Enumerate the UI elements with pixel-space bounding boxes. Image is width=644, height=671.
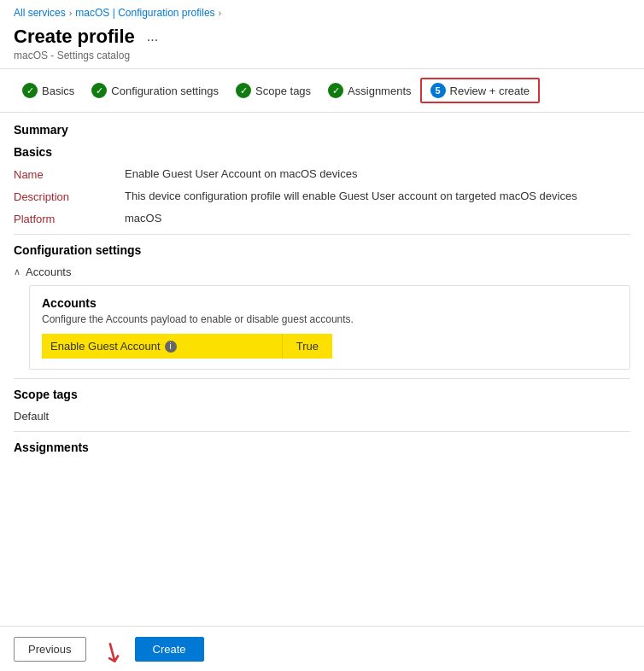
- chevron-up-icon: ∧: [14, 266, 20, 277]
- step-config-check: ✓: [91, 83, 107, 98]
- divider-2: [14, 378, 630, 379]
- breadcrumb-sep-2: ›: [219, 8, 222, 18]
- step-config-label: Configuration settings: [111, 85, 219, 97]
- breadcrumb: All services › macOS | Configuration pro…: [0, 0, 644, 22]
- assignments-title: Assignments: [14, 441, 630, 454]
- step-review-label: Review + create: [450, 85, 530, 97]
- footer-bar: Previous ↘ Create: [0, 626, 644, 671]
- name-label: Name: [14, 167, 125, 181]
- guest-account-row: Enable Guest Account i True: [42, 334, 332, 359]
- scope-default-value: Default: [14, 410, 630, 423]
- divider-1: [14, 234, 630, 235]
- name-field-row: Name Enable Guest User Account on macOS …: [14, 167, 630, 181]
- step-basics-label: Basics: [42, 85, 74, 97]
- accounts-toggle-label: Accounts: [26, 265, 71, 278]
- description-field-row: Description This device configuration pr…: [14, 190, 630, 203]
- guest-account-label-cell: Enable Guest Account i: [42, 334, 282, 359]
- step-scope-label: Scope tags: [255, 85, 311, 97]
- previous-button[interactable]: Previous: [14, 637, 86, 662]
- basics-section: Basics Name Enable Guest User Account on…: [14, 145, 630, 225]
- divider-3: [14, 431, 630, 432]
- ellipsis-button[interactable]: ...: [142, 27, 163, 46]
- page-header: Create profile ... macOS - Settings cata…: [0, 22, 644, 68]
- basics-title: Basics: [14, 145, 630, 159]
- scope-tags-section: Scope tags Default: [14, 388, 630, 423]
- step-assignments[interactable]: ✓ Assignments: [319, 79, 419, 102]
- platform-value: macOS: [125, 212, 630, 225]
- page-subtitle: macOS - Settings catalog: [14, 50, 630, 61]
- platform-label: Platform: [14, 212, 125, 225]
- main-content: Summary Basics Name Enable Guest User Ac…: [0, 123, 644, 519]
- breadcrumb-macos-profiles[interactable]: macOS | Configuration profiles: [75, 7, 214, 19]
- accounts-group: ∧ Accounts Accounts Configure the Accoun…: [14, 265, 630, 370]
- red-arrow-icon: ↘: [96, 634, 129, 669]
- step-configuration-settings[interactable]: ✓ Configuration settings: [83, 79, 227, 102]
- config-settings-title: Configuration settings: [14, 243, 630, 257]
- description-label: Description: [14, 190, 125, 203]
- step-basics-check: ✓: [22, 83, 38, 98]
- arrow-indicator: ↘: [103, 635, 126, 662]
- breadcrumb-sep-1: ›: [69, 8, 73, 18]
- guest-account-value: True: [282, 334, 332, 359]
- info-icon[interactable]: i: [165, 341, 177, 353]
- step-scope-check: ✓: [236, 83, 251, 98]
- summary-section: Summary: [14, 123, 630, 137]
- accounts-card-title: Accounts: [42, 296, 618, 310]
- step-scope-tags[interactable]: ✓ Scope tags: [227, 79, 319, 102]
- step-basics[interactable]: ✓ Basics: [14, 79, 83, 102]
- step-review-num: 5: [430, 83, 446, 98]
- accounts-card: Accounts Configure the Accounts payload …: [29, 285, 630, 370]
- step-assign-label: Assignments: [348, 85, 411, 97]
- platform-field-row: Platform macOS: [14, 212, 630, 225]
- summary-title: Summary: [14, 123, 630, 137]
- step-review-create[interactable]: 5 Review + create: [420, 78, 541, 103]
- guest-account-label: Enable Guest Account: [50, 340, 161, 353]
- description-value: This device configuration profile will e…: [125, 190, 630, 202]
- assignments-section: Assignments: [14, 441, 630, 454]
- steps-bar: ✓ Basics ✓ Configuration settings ✓ Scop…: [0, 68, 644, 113]
- step-assign-check: ✓: [328, 83, 343, 98]
- accounts-toggle[interactable]: ∧ Accounts: [14, 265, 630, 278]
- breadcrumb-all-services[interactable]: All services: [14, 7, 66, 19]
- accounts-card-desc: Configure the Accounts payload to enable…: [42, 313, 618, 325]
- config-settings-section: Configuration settings ∧ Accounts Accoun…: [14, 243, 630, 370]
- page-title: Create profile: [14, 26, 135, 48]
- name-value: Enable Guest User Account on macOS devic…: [125, 167, 630, 180]
- scope-tags-title: Scope tags: [14, 388, 630, 401]
- create-button[interactable]: Create: [135, 637, 204, 662]
